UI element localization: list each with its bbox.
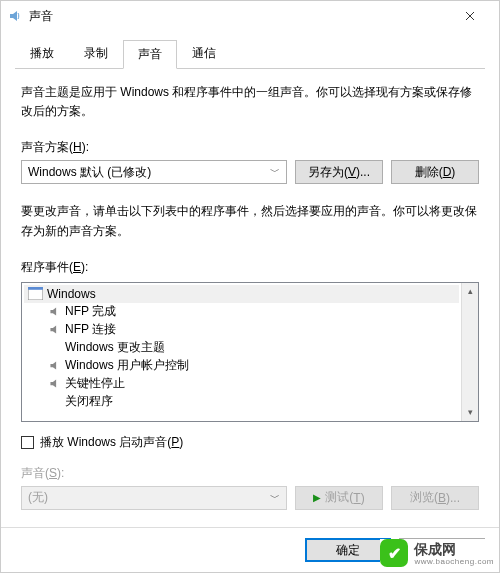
hint-text: 要更改声音，请单击以下列表中的程序事件，然后选择要应用的声音。你可以将更改保存为… [21, 202, 479, 240]
speaker-icon [48, 323, 61, 336]
tab-recording[interactable]: 录制 [69, 39, 123, 68]
speaker-icon [48, 377, 61, 390]
watermark: ✔ 保成网 www.baocheng.com [380, 539, 494, 567]
window-icon [28, 287, 43, 300]
chevron-down-icon: ﹀ [270, 491, 280, 505]
scroll-up-button[interactable]: ▴ [462, 283, 479, 300]
scheme-label: 声音方案(H): [21, 139, 479, 156]
watermark-sub: www.baocheng.com [414, 557, 494, 566]
tab-strip: 播放 录制 声音 通信 [15, 39, 485, 69]
tree-item[interactable]: 关闭程序 [24, 393, 459, 411]
sounds-value: (无) [28, 489, 48, 506]
scrollbar[interactable]: ▴ ▾ [461, 283, 478, 421]
tree-item-label: NFP 完成 [65, 303, 116, 320]
dialog-body: 播放 录制 声音 通信 声音主题是应用于 Windows 和程序事件中的一组声音… [1, 31, 499, 527]
sound-dialog: 声音 播放 录制 声音 通信 声音主题是应用于 Windows 和程序事件中的一… [0, 0, 500, 573]
tree-item-label: Windows 更改主题 [65, 339, 165, 356]
play-startup-checkbox[interactable]: 播放 Windows 启动声音(P) [21, 434, 479, 451]
checkbox-icon [21, 436, 34, 449]
scheme-combobox[interactable]: Windows 默认 (已修改) ﹀ [21, 160, 287, 184]
ok-button[interactable]: 确定 [305, 538, 391, 562]
tree-root[interactable]: Windows [24, 285, 459, 303]
save-as-button[interactable]: 另存为(V)... [295, 160, 383, 184]
close-button[interactable] [447, 1, 493, 31]
scheme-value: Windows 默认 (已修改) [28, 164, 151, 181]
speaker-icon [48, 359, 61, 372]
events-label: 程序事件(E): [21, 259, 479, 276]
intro-text: 声音主题是应用于 Windows 和程序事件中的一组声音。你可以选择现有方案或保… [21, 83, 479, 121]
test-button: ▶ 测试(T) [295, 486, 383, 510]
speaker-icon [48, 305, 61, 318]
tree-item-label: 关键性停止 [65, 375, 125, 392]
tree-item[interactable]: Windows 用户帐户控制 [24, 357, 459, 375]
tree-item[interactable]: Windows 更改主题 [24, 339, 459, 357]
tree-item-label: 关闭程序 [65, 393, 113, 410]
chevron-down-icon: ﹀ [270, 165, 280, 179]
watermark-badge-icon: ✔ [380, 539, 408, 567]
sounds-label: 声音(S): [21, 465, 479, 482]
tree-item-label: Windows 用户帐户控制 [65, 357, 189, 374]
events-listbox[interactable]: WindowsNFP 完成NFP 连接Windows 更改主题Windows 用… [21, 282, 479, 422]
tab-sounds[interactable]: 声音 [123, 40, 177, 69]
browse-button: 浏览(B)... [391, 486, 479, 510]
tab-communications[interactable]: 通信 [177, 39, 231, 68]
play-startup-label: 播放 Windows 启动声音(P) [40, 434, 183, 451]
tab-playback[interactable]: 播放 [15, 39, 69, 68]
delete-button[interactable]: 删除(D) [391, 160, 479, 184]
titlebar: 声音 [1, 1, 499, 31]
tree-item[interactable]: NFP 连接 [24, 321, 459, 339]
sounds-combobox: (无) ﹀ [21, 486, 287, 510]
play-icon: ▶ [313, 492, 321, 503]
tab-content: 声音主题是应用于 Windows 和程序事件中的一组声音。你可以选择现有方案或保… [15, 69, 485, 527]
events-tree: WindowsNFP 完成NFP 连接Windows 更改主题Windows 用… [22, 283, 461, 421]
tree-item-label: NFP 连接 [65, 321, 116, 338]
window-title: 声音 [29, 8, 447, 25]
svg-rect-1 [28, 287, 43, 290]
scroll-down-button[interactable]: ▾ [462, 404, 479, 421]
app-icon [7, 8, 23, 24]
tree-item[interactable]: 关键性停止 [24, 375, 459, 393]
tree-item[interactable]: NFP 完成 [24, 303, 459, 321]
